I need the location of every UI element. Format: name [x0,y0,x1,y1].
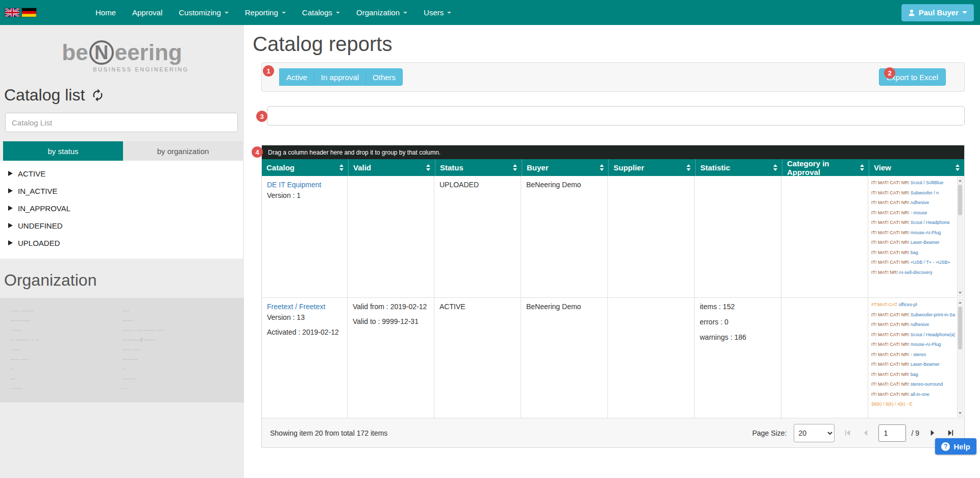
sort-arrows-icon [687,164,691,171]
nav-item[interactable]: Customizing [170,0,237,25]
view-line-link[interactable]: mouse-AI-Plug [911,342,941,347]
view-line-link[interactable]: Scout / Headphone [911,220,950,225]
org-text-line: · ···· ······· [10,306,117,316]
status-group-item[interactable]: UPLOADED [0,234,243,251]
user-menu-button[interactable]: Paul Buyer [901,4,974,21]
view-line-link[interactable]: offices-pl [899,302,917,307]
page-size-select[interactable]: 20 [794,424,835,442]
column-header[interactable]: Valid [349,159,435,176]
catalog-list-search-input[interactable] [5,113,238,132]
status-group-item[interactable]: ACTIVE [0,165,243,182]
report-filter-input[interactable] [267,106,965,125]
view-line-prefix: IT! MAT! CAT! NR! [871,200,909,205]
cell-catalog: Freetext / Freetext Version : 13 Activat… [262,298,348,418]
tab-by-status[interactable]: by status [3,141,123,161]
view-log-line: IT! MAT! CAT! NR! bag [871,248,955,258]
column-header[interactable]: View [869,159,964,176]
organization-column-right: ················· · ··········· ········… [117,306,234,393]
view-line-link[interactable]: Adhesive [910,322,929,327]
view-line-link[interactable]: stereo-surround [911,382,943,387]
user-name: Paul Buyer [919,8,959,17]
view-log-line: IT! MAT! CAT! NR! bag [871,370,955,380]
catalog-reports-grid: 4 Drag a column header here and drop it … [261,145,965,448]
flag-de-icon[interactable] [22,8,36,17]
view-line-link[interactable]: Scout / SoftBlue [911,180,944,185]
nav-item[interactable]: Home [87,0,124,25]
view-log-line: §8(k) / 8(k) / 4(k) - E [871,399,955,410]
scroll-down-icon[interactable] [958,290,963,296]
status-filter-button[interactable]: Others [365,68,403,86]
view-log-list: #T!MAT-CAT offices-pl IT! MAT! CAT! NR! … [871,300,955,410]
view-log-line: IT! MAT! CAT! NR! Scout / Headphone [871,218,955,228]
scroll-down-icon[interactable] [958,410,963,416]
page-number-input[interactable] [878,424,906,442]
nav-item[interactable]: Reporting [237,0,294,25]
org-text-line: ·· [122,364,234,374]
view-line-link[interactable]: bag [911,250,918,255]
view-line-prefix: IT! MAT! CAT! NR! [871,372,909,377]
nav-item[interactable]: Approval [124,0,170,25]
scroll-up-icon[interactable] [958,178,963,184]
view-line-link[interactable]: Scout / Headphone(a) [911,332,955,337]
view-line-prefix: IT! MAT! CAT! NR! [871,180,909,185]
column-header[interactable]: Status [435,159,522,176]
scroll-up-icon[interactable] [958,299,963,306]
view-line-link[interactable]: bag [911,372,918,377]
view-line-link[interactable]: «USB / T» - «USB» [911,260,950,265]
column-header[interactable]: Statistic [696,159,782,176]
view-line-link[interactable]: AI-sell-discovery [899,270,933,275]
scrollbar-thumb[interactable] [958,307,962,349]
nav-item[interactable]: Users [415,0,459,25]
logo-n-circle: N [89,40,114,65]
page-total: / 9 [911,429,919,437]
view-log-line: IT! MAT! CAT! NR! Adhesive [871,320,955,330]
previous-page-button[interactable] [860,427,871,439]
beneering-logo: beNeering BUSINESS ENGINEERING [48,40,196,72]
refresh-icon[interactable] [91,88,105,102]
view-line-link[interactable]: Adhesive [910,200,929,205]
status-group-item[interactable]: IN_ACTIVE [0,182,243,199]
nav-item[interactable]: Catalogs [294,0,348,25]
tab-by-organization[interactable]: by organization [123,141,243,161]
view-line-link[interactable]: mouse-AI-Plug [911,230,941,235]
nav-item[interactable]: Organization [348,0,415,25]
view-line-link[interactable]: Laser-Beamer [911,362,940,367]
help-button[interactable]: ? Help [935,438,976,455]
org-text-line: ·· [10,364,117,374]
status-group-item[interactable]: UNDEFINED [0,217,243,234]
view-line-link[interactable]: - mouse [911,210,927,215]
cell-view: IT! MAT! CAT! NR! Scout / SoftBlue IT! M… [868,176,964,297]
view-line-link[interactable]: all-in-one [911,392,929,397]
cell-status: UPLOADED [434,176,521,297]
org-text-line: ······ · ··········· ···· [122,325,234,335]
view-line-link[interactable]: Subwoofer / n [911,190,939,195]
view-log-line: IT! MAT! CAT! NR! Subwoofer-print-in-Sa [871,310,955,320]
status-group-item[interactable]: IN_APPROVAL [0,199,243,217]
column-header[interactable]: Supplier [609,159,696,176]
status-filter-button[interactable]: In approval [314,68,366,86]
view-line-link[interactable]: Subwoofer-print-in-Sa [911,312,955,317]
chevron-down-icon [447,12,451,14]
view-line-prefix: IT! MAT! CAT! NR! [871,230,909,235]
next-page-button[interactable] [926,427,938,439]
flag-en-icon[interactable] [5,8,19,17]
first-page-icon [844,429,851,437]
scrollbar-thumb[interactable] [958,185,962,215]
expand-triangle-icon [8,171,13,176]
view-line-link[interactable]: Laser-Beamer [911,240,940,245]
org-text-line: ········· [122,355,234,364]
column-header[interactable]: Buyer [522,159,609,176]
column-header[interactable]: Category in Approval [782,159,869,176]
catalog-link[interactable]: DE IT Equipment [267,181,342,189]
last-page-icon [947,429,954,437]
first-page-button[interactable] [842,427,853,439]
expand-triangle-icon [8,206,13,211]
sort-arrows-icon [955,164,960,171]
org-text-line: ·· ········ ·· ·· [10,335,117,345]
catalog-link[interactable]: Freetext / Freetext [267,303,342,311]
expand-triangle-icon [8,223,13,228]
status-filter-button[interactable]: Active [279,68,314,86]
column-header[interactable]: Catalog [262,159,349,176]
last-page-button[interactable] [945,427,956,439]
view-line-link[interactable]: - stereo [911,352,926,357]
